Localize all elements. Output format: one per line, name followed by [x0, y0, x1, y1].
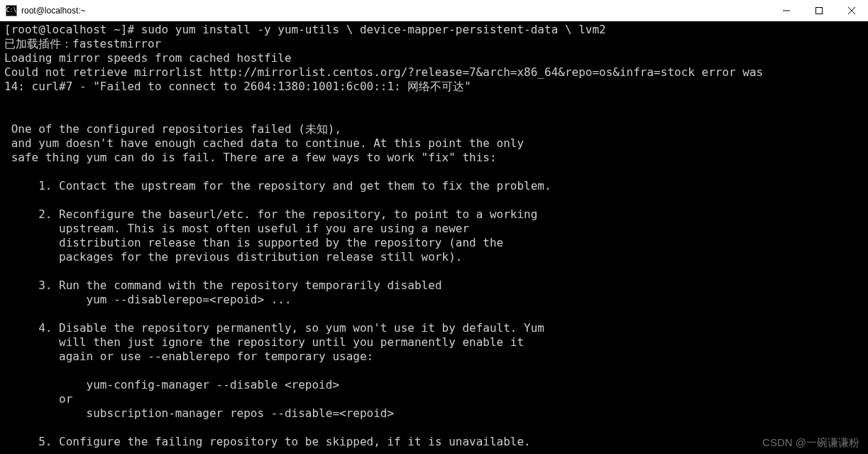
terminal-line: safe thing yum can do is fail. There are…: [4, 151, 497, 164]
close-button[interactable]: [835, 0, 868, 21]
terminal-line: again or use --enablerepo for temporary …: [4, 350, 373, 363]
window-title: root@localhost:~: [21, 6, 770, 16]
terminal-line: 14: curl#7 - "Failed to connect to 2604:…: [4, 80, 471, 93]
terminal-line: 3. Run the command with the repository t…: [4, 279, 442, 292]
terminal-line: One of the configured repositories faile…: [4, 122, 341, 136]
window-titlebar: C:\ root@localhost:~: [0, 0, 868, 21]
terminal-line: yum --disablerepo=<repoid> ...: [4, 293, 292, 306]
minimize-button[interactable]: [770, 0, 803, 21]
terminal-line: packages for the previous distribution r…: [4, 250, 462, 264]
terminal-icon: C:\: [6, 5, 17, 16]
shell-command: sudo yum install -y yum-utils \ device-m…: [141, 23, 606, 36]
terminal-line: will then just ignore the repository unt…: [4, 335, 524, 349]
window-controls: [770, 0, 868, 21]
terminal-line: yum-config-manager --disable <repoid>: [4, 378, 339, 391]
terminal-line: and yum doesn't have enough cached data …: [4, 136, 524, 150]
terminal-line: 已加载插件：fastestmirror: [4, 37, 161, 50]
terminal-line: or: [4, 392, 72, 406]
terminal-line: Loading mirror speeds from cached hostfi…: [4, 51, 292, 65]
terminal-line: distribution release than is supported b…: [4, 236, 503, 249]
terminal-line: upstream. This is most often useful if y…: [4, 222, 469, 235]
svg-rect-1: [816, 8, 823, 14]
terminal-line: 5. Configure the failing repository to b…: [4, 435, 531, 448]
terminal-line: 1. Contact the upstream for the reposito…: [4, 179, 551, 193]
terminal-output[interactable]: [root@localhost ~]# sudo yum install -y …: [0, 21, 868, 454]
shell-prompt: [root@localhost ~]#: [4, 23, 141, 36]
maximize-button[interactable]: [803, 0, 835, 21]
terminal-line: 4. Disable the repository permanently, s…: [4, 321, 544, 335]
terminal-line: subscription-manager repos --disable=<re…: [4, 406, 394, 420]
terminal-line: 2. Reconfigure the baseurl/etc. for the …: [4, 207, 537, 221]
terminal-line: Could not retrieve mirrorlist http://mir…: [4, 65, 763, 79]
